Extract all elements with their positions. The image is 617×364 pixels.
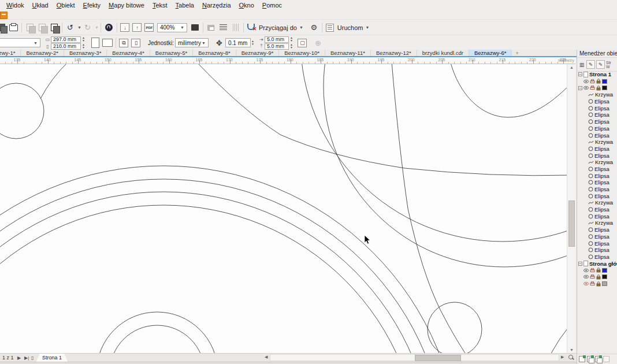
document-tab[interactable]: Beznazwy-1* xyxy=(0,50,21,56)
export-button[interactable]: ↑ xyxy=(131,22,143,34)
layer-lock-icon[interactable] xyxy=(596,268,601,273)
paste-button[interactable] xyxy=(48,22,60,34)
layer-row[interactable] xyxy=(582,280,617,287)
edit-across-layers-button[interactable]: ✎ xyxy=(596,60,605,69)
ellipse-icon[interactable] xyxy=(588,234,593,239)
run-caret[interactable]: ▼ xyxy=(365,25,369,29)
redo-dropdown-caret[interactable]: ▼ xyxy=(95,25,99,29)
object-row[interactable]: Elipsa xyxy=(587,166,617,173)
object-row[interactable]: Elipsa xyxy=(587,172,617,179)
undo-button[interactable]: ↺ xyxy=(64,22,76,34)
layer-visibility-icon[interactable] xyxy=(583,274,589,279)
new-master-layer-odd-button[interactable] xyxy=(595,356,601,362)
ellipse-icon[interactable] xyxy=(588,207,593,212)
nudge-spinner[interactable]: ▲▼ xyxy=(251,40,254,46)
drawing-canvas[interactable] xyxy=(0,64,567,353)
vertical-scroll-thumb[interactable] xyxy=(568,200,575,247)
layer-color-swatch[interactable] xyxy=(602,268,607,273)
object-row[interactable]: Krzywa xyxy=(587,139,617,146)
snap-toggle-button[interactable]: ✕ xyxy=(246,22,258,34)
object-row[interactable]: Elipsa xyxy=(587,152,617,159)
treat-as-filled-button[interactable]: ▢ xyxy=(296,37,308,49)
fullscreen-preview-button[interactable] xyxy=(189,22,201,34)
menu-item-tekst[interactable]: Tekst xyxy=(148,1,172,10)
duplicate-x-spinner[interactable]: ▲▼ xyxy=(290,36,293,42)
object-row[interactable]: Elipsa xyxy=(587,112,617,118)
layer-printable-icon[interactable] xyxy=(590,274,595,279)
menu-item-okno[interactable]: Okno xyxy=(235,1,258,10)
snap-to-caret[interactable]: ▼ xyxy=(299,25,303,29)
object-row[interactable]: Elipsa xyxy=(587,254,617,261)
document-tab[interactable]: Beznazwy-12* xyxy=(371,50,417,56)
page-height-field[interactable]: 210.0 mm xyxy=(51,43,81,50)
options-button[interactable]: ⚙ xyxy=(308,22,320,34)
copy-button[interactable] xyxy=(36,22,48,34)
expander-icon[interactable]: − xyxy=(578,72,582,76)
ellipse-icon[interactable] xyxy=(588,112,593,117)
object-row[interactable]: Elipsa xyxy=(587,125,617,132)
current-page-button[interactable]: ▯ xyxy=(130,37,142,49)
scroll-down-arrow[interactable]: ▼ xyxy=(567,347,576,353)
page-width-spinner[interactable]: ▲▼ xyxy=(82,36,85,42)
layer-row[interactable] xyxy=(582,78,617,85)
menu-item-obiekt[interactable]: Obiekt xyxy=(53,1,79,10)
ellipse-icon[interactable] xyxy=(588,214,593,219)
menu-item-widok[interactable]: Widok xyxy=(2,1,28,10)
object-row[interactable]: Elipsa xyxy=(587,240,617,247)
layer-row[interactable] xyxy=(582,267,617,274)
object-row[interactable]: Elipsa xyxy=(587,146,617,153)
run-label[interactable]: Uruchom xyxy=(337,24,363,31)
document-tab[interactable]: Beznazwy-5* xyxy=(150,50,193,56)
object-row[interactable]: Elipsa xyxy=(587,105,617,112)
document-tab[interactable]: Beznazwy-10* xyxy=(279,50,325,56)
show-grid-button[interactable] xyxy=(217,22,229,34)
object-row[interactable]: Elipsa xyxy=(587,132,617,139)
object-row[interactable]: Elipsa xyxy=(587,98,617,105)
scroll-up-arrow[interactable]: ▲ xyxy=(567,64,576,70)
ellipse-icon[interactable] xyxy=(588,227,593,232)
all-pages-button[interactable]: ⧉ xyxy=(118,37,130,49)
new-master-layer-all-button[interactable] xyxy=(587,356,593,362)
object-row[interactable]: Elipsa xyxy=(587,192,617,199)
layer-visibility-icon[interactable] xyxy=(583,79,589,84)
ellipse-icon[interactable] xyxy=(588,146,593,151)
menu-item-mapy-bitowe[interactable]: Mapy bitowe xyxy=(105,1,148,10)
object-row[interactable]: Elipsa xyxy=(587,226,617,233)
next-page-button[interactable]: ▶ xyxy=(16,354,22,361)
layer-color-swatch[interactable] xyxy=(602,79,607,84)
print-button[interactable] xyxy=(8,22,20,34)
layer-color-swatch[interactable] xyxy=(602,86,607,90)
menu-item-efekty[interactable]: Efekty xyxy=(79,1,105,10)
new-layer-button[interactable] xyxy=(579,356,585,362)
ellipse-icon[interactable] xyxy=(588,173,593,179)
ellipse-icon[interactable] xyxy=(588,133,593,138)
menu-item-tabela[interactable]: Tabela xyxy=(172,1,198,10)
scroll-right-arrow[interactable]: ▶ xyxy=(561,355,564,359)
ellipse-icon[interactable] xyxy=(588,187,593,192)
ellipse-icon[interactable] xyxy=(588,241,593,246)
object-row[interactable]: Elipsa xyxy=(587,233,617,240)
document-tab[interactable]: brzydki kundl.cdr xyxy=(417,50,469,56)
layer-printable-icon[interactable] xyxy=(590,79,595,84)
document-tab[interactable]: Beznazwy-11* xyxy=(325,50,371,56)
ellipse-icon[interactable] xyxy=(588,247,593,252)
layer-lock-icon[interactable] xyxy=(596,281,601,287)
object-row[interactable]: Elipsa xyxy=(587,179,617,186)
duplicate-x-field[interactable]: 5.0 mm xyxy=(265,36,289,43)
document-tab[interactable]: Beznazwy-2* xyxy=(21,50,64,56)
object-row[interactable]: Krzywa xyxy=(587,220,617,226)
expander-icon[interactable]: − xyxy=(578,262,582,266)
show-rulers-button[interactable] xyxy=(205,22,217,34)
page-tab[interactable]: Strona 1 xyxy=(36,354,68,362)
ellipse-icon[interactable] xyxy=(588,153,593,158)
layer-color-swatch[interactable] xyxy=(602,281,607,286)
page-row[interactable]: −Strona główna xyxy=(577,260,617,267)
horizontal-scroll-thumb[interactable] xyxy=(415,355,461,361)
layer-visibility-icon[interactable] xyxy=(583,86,589,90)
curve-icon[interactable] xyxy=(588,140,594,144)
search-content-button[interactable] xyxy=(103,22,115,34)
vertical-scrollbar[interactable]: ▲ ▼ xyxy=(567,64,575,353)
zoom-level-combo[interactable]: 400% ▼ xyxy=(157,23,187,32)
new-document-tab-button[interactable]: + xyxy=(512,50,522,56)
scroll-left-arrow[interactable]: ◀ xyxy=(265,355,267,359)
